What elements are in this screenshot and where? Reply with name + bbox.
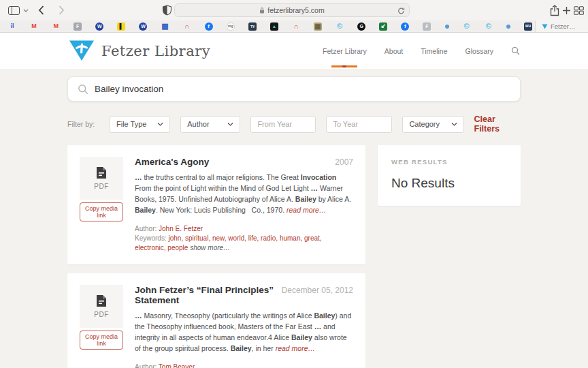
wordpress-favicon[interactable]: W <box>95 22 103 31</box>
wh-favicon[interactable]: WH <box>524 22 532 31</box>
nav-search-button[interactable] <box>511 46 520 55</box>
author-link[interactable]: Tom Beaver <box>159 363 195 368</box>
reload-icon <box>397 7 405 15</box>
gmail-favicon[interactable]: M <box>30 22 38 31</box>
main-nav: Fetzer Library About Timeline Glossary <box>323 46 520 55</box>
browser-window: fetzerlibrary5.com ilMMFW▌W▦∩fmgTf▲∩▦©G↙… <box>0 0 588 368</box>
reload-button[interactable] <box>397 7 405 16</box>
clear-filters-link[interactable]: Clear Filters <box>474 114 521 134</box>
tab-overview-button[interactable] <box>574 0 584 20</box>
grey-f-favicon[interactable]: F <box>74 22 82 31</box>
author-label: Author: <box>135 225 157 232</box>
result-card-2: PDF Copy media link John Fetzer’s “Final… <box>67 273 365 368</box>
copy-media-link-button[interactable]: Copy media link <box>80 331 123 350</box>
sidebar-toggle-button[interactable] <box>8 0 20 20</box>
back-chevron-icon <box>38 5 44 15</box>
new-tab-button[interactable] <box>562 0 571 20</box>
copyright-favicon[interactable]: © <box>336 22 344 31</box>
nav-item-about[interactable]: About <box>385 47 403 55</box>
tab-grid-icon <box>574 6 584 15</box>
result-title[interactable]: America's Agony <box>135 157 209 167</box>
file-type-value: File Type <box>116 120 146 128</box>
category-value: Category <box>409 120 440 128</box>
result-title[interactable]: John Fetzer’s “Final Principles” Stateme… <box>135 285 275 305</box>
page-content: Filter by: File Type Author Category Cle… <box>0 69 588 368</box>
sidebar-menu-chevron[interactable] <box>23 0 29 20</box>
copyright-favicon-3[interactable]: © <box>485 22 493 31</box>
privacy-report-button[interactable] <box>162 0 172 20</box>
facebook-favicon[interactable]: f <box>205 22 213 31</box>
author-value: Author <box>187 120 209 128</box>
nav-item-glossary[interactable]: Glossary <box>466 47 493 55</box>
tf-favicon[interactable]: Tf <box>248 22 257 31</box>
nav-item-timeline[interactable]: Timeline <box>421 47 447 55</box>
arc-favicon[interactable]: ∩ <box>183 22 191 31</box>
result-card-1: PDF Copy media link America's Agony 2007… <box>67 145 365 264</box>
shield-icon <box>162 5 172 16</box>
mosaic-favicon[interactable]: ▦ <box>314 22 322 31</box>
to-year-input[interactable] <box>326 116 392 133</box>
lock-icon <box>259 7 265 14</box>
file-type-label: PDF <box>94 311 109 318</box>
copyright-favicon-2[interactable]: © <box>463 22 471 31</box>
wordpress-favicon-2[interactable]: W <box>139 22 147 31</box>
grid-favicon[interactable]: ▦ <box>161 22 169 31</box>
light-f-favicon[interactable]: F <box>423 22 431 31</box>
filter-bar: Filter by: File Type Author Category Cle… <box>67 114 521 134</box>
web-results-heading: WEB RESULTS <box>391 158 507 166</box>
arc-favicon-2[interactable]: ∩ <box>292 22 300 31</box>
author-select[interactable]: Author <box>180 116 240 133</box>
yellow-note-favicon[interactable]: ▌ <box>117 22 125 31</box>
sidebar-icon <box>8 6 20 15</box>
site-header: Fetzer Library Fetzer Library About Time… <box>0 33 588 69</box>
show-more-link[interactable]: show more… <box>190 244 230 251</box>
back-button[interactable] <box>38 0 44 20</box>
forward-chevron-icon <box>59 5 65 15</box>
result-snippet: … the truths central to all major religi… <box>135 172 353 215</box>
favorites-tab-label: Fetzer… <box>551 22 575 30</box>
site-logo[interactable]: Fetzer Library <box>68 40 210 62</box>
analytics-favicon[interactable]: il <box>8 22 16 31</box>
address-bar[interactable]: fetzerlibrary5.com <box>174 3 410 17</box>
gmail-favicon-2[interactable]: M <box>52 22 60 31</box>
web-results-panel: WEB RESULTS No Results <box>378 145 521 206</box>
search-box <box>67 76 521 102</box>
result-date: December 05, 2012 <box>275 286 353 295</box>
copy-media-link-button[interactable]: Copy media link <box>80 202 123 221</box>
mountain-favicon[interactable]: ▲ <box>270 22 278 31</box>
forward-button[interactable] <box>59 0 65 20</box>
author-label: Author: <box>135 363 157 368</box>
file-thumbnail: PDF <box>80 157 123 200</box>
favorites-tab[interactable]: Fetzer… <box>535 20 588 32</box>
filter-label: Filter by: <box>67 120 99 128</box>
facebook-favicon-2[interactable]: f <box>401 22 409 31</box>
green-arrow-favicon[interactable]: ↙ <box>379 22 387 31</box>
result-snippet: … Masonry, Theosophy (particularly the w… <box>135 310 353 354</box>
fetzer-logo-icon <box>68 40 95 62</box>
author-link[interactable]: John E. Fetzer <box>159 225 203 232</box>
chevron-down-icon <box>157 123 163 126</box>
pdf-file-icon <box>96 166 107 179</box>
keywords-label: Keywords: <box>135 234 167 242</box>
site-title: Fetzer Library <box>101 43 210 59</box>
black-g-favicon[interactable]: G <box>357 22 365 31</box>
category-select[interactable]: Category <box>402 116 463 133</box>
browser-toolbar: fetzerlibrary5.com <box>0 0 588 20</box>
chevron-down-icon <box>23 9 29 12</box>
result-date: 2007 <box>328 157 353 167</box>
file-type-select[interactable]: File Type <box>110 116 170 133</box>
results-list: PDF Copy media link America's Agony 2007… <box>67 145 365 368</box>
search-icon <box>511 46 520 55</box>
web-results-empty: No Results <box>391 176 507 191</box>
share-button[interactable] <box>550 0 559 20</box>
pin-dot-favicon[interactable] <box>445 25 449 29</box>
pin-dot-favicon-2[interactable] <box>506 25 510 29</box>
from-year-input[interactable] <box>250 116 316 133</box>
favorites-icons: ilMMFW▌W▦∩fmgTf▲∩▦©G↙fF©©WH <box>5 20 535 32</box>
mg-favicon[interactable]: mg <box>227 22 235 31</box>
search-input[interactable] <box>95 84 510 94</box>
nav-item-fetzer-library[interactable]: Fetzer Library <box>323 47 367 55</box>
file-thumbnail: PDF <box>80 285 123 328</box>
chevron-down-icon <box>227 123 233 126</box>
fetzer-favicon <box>542 24 548 29</box>
